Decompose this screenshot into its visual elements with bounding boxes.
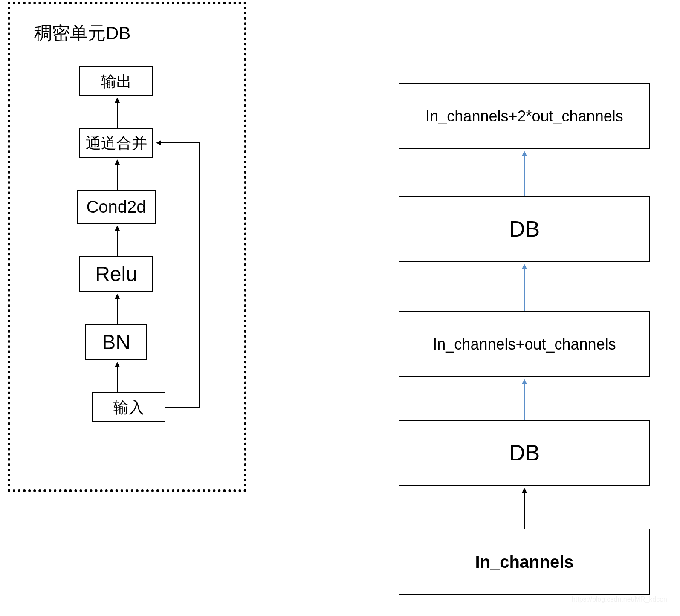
watermark: https://blog.csdn.net/MR_kdcon: [572, 596, 667, 603]
arrow-conv-to-merge: [111, 158, 124, 190]
box-channel-merge: 通道合并: [79, 128, 153, 158]
arrow-db2-to-top: [518, 149, 531, 196]
box-relu: Relu: [79, 256, 153, 292]
arrow-skip-connection: [153, 128, 212, 409]
arrow-mid-to-db2: [518, 262, 531, 311]
label-db-upper: DB: [509, 215, 540, 243]
label-mid-channels: In_channels+out_channels: [433, 335, 616, 354]
label-top-channels: In_channels+2*out_channels: [425, 107, 623, 126]
arrow-relu-to-conv: [111, 224, 124, 256]
box-conv2d: Cond2d: [77, 190, 156, 224]
label-output: 输出: [101, 72, 132, 91]
box-bn: BN: [85, 324, 147, 360]
arrow-bn-to-relu: [111, 292, 124, 324]
box-mid-channels: In_channels+out_channels: [399, 311, 650, 377]
box-db-lower: DB: [399, 420, 650, 486]
label-in-channels: In_channels: [475, 551, 573, 573]
arrow-db1-to-mid: [518, 377, 531, 420]
arrow-merge-to-output: [111, 96, 124, 128]
label-conv2d: Cond2d: [86, 196, 146, 217]
box-top-channels: In_channels+2*out_channels: [399, 83, 650, 149]
label-bn: BN: [102, 330, 130, 355]
arrow-in-to-db1: [518, 486, 531, 529]
dense-unit-title: 稠密单元DB: [34, 21, 130, 45]
arrow-input-to-bn: [111, 360, 124, 392]
label-db-lower: DB: [509, 439, 540, 467]
box-in-channels: In_channels: [399, 529, 650, 595]
box-output: 输出: [79, 66, 153, 96]
label-input: 输入: [113, 398, 144, 417]
label-channel-merge: 通道合并: [86, 133, 147, 153]
label-relu: Relu: [95, 261, 137, 287]
box-db-upper: DB: [399, 196, 650, 262]
